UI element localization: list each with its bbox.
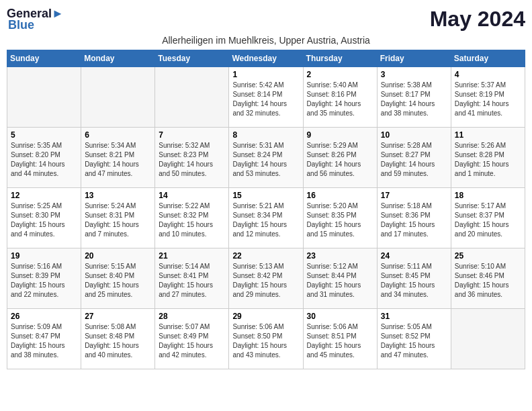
daylight-label: Daylight: 15 hours and 31 minutes. [307, 281, 361, 298]
daylight-label: Daylight: 15 hours and 45 minutes. [307, 342, 361, 359]
day-number: 14 [159, 191, 225, 200]
daylight-label: Daylight: 15 hours and 4 minutes. [11, 221, 65, 238]
day-header-monday: Monday [81, 50, 155, 67]
day-number: 10 [381, 130, 447, 140]
day-number: 21 [159, 251, 225, 261]
calendar-cell: 7 Sunrise: 5:32 AM Sunset: 8:23 PM Dayli… [155, 128, 229, 188]
calendar-cell: 8 Sunrise: 5:31 AM Sunset: 8:24 PM Dayli… [229, 128, 303, 188]
calendar-cell: 31 Sunrise: 5:05 AM Sunset: 8:52 PM Dayl… [377, 309, 451, 369]
day-number: 23 [307, 251, 373, 261]
day-header-sunday: Sunday [7, 50, 81, 67]
calendar-cell: 26 Sunrise: 5:09 AM Sunset: 8:47 PM Dayl… [7, 309, 81, 369]
day-info: Sunrise: 5:12 AM Sunset: 8:44 PM Dayligh… [307, 262, 373, 300]
day-number: 17 [381, 191, 447, 200]
day-number: 27 [85, 312, 151, 321]
daylight-label: Daylight: 15 hours and 42 minutes. [159, 342, 213, 359]
calendar-cell: 25 Sunrise: 5:10 AM Sunset: 8:46 PM Dayl… [451, 248, 525, 309]
sunrise-label: Sunrise: 5:32 AM [159, 142, 210, 149]
sunset-label: Sunset: 8:26 PM [307, 151, 357, 158]
sunrise-label: Sunrise: 5:24 AM [85, 202, 136, 210]
calendar-cell: 20 Sunrise: 5:15 AM Sunset: 8:40 PM Dayl… [81, 248, 155, 309]
calendar-cell: 21 Sunrise: 5:14 AM Sunset: 8:41 PM Dayl… [155, 248, 229, 309]
day-info: Sunrise: 5:21 AM Sunset: 8:34 PM Dayligh… [232, 201, 299, 239]
subtitle: Allerheiligen im Muehlkreis, Upper Austr… [7, 35, 525, 46]
day-number: 6 [85, 130, 151, 140]
daylight-label: Daylight: 15 hours and 10 minutes. [159, 221, 213, 238]
sunset-label: Sunset: 8:16 PM [307, 91, 357, 98]
day-number: 18 [455, 191, 521, 200]
sunset-label: Sunset: 8:51 PM [307, 332, 357, 340]
day-info: Sunrise: 5:14 AM Sunset: 8:41 PM Dayligh… [159, 262, 225, 300]
day-number: 19 [11, 251, 77, 261]
day-number: 5 [11, 130, 77, 140]
sunset-label: Sunset: 8:47 PM [11, 332, 60, 340]
day-header-thursday: Thursday [303, 50, 377, 67]
day-info: Sunrise: 5:37 AM Sunset: 8:19 PM Dayligh… [455, 81, 521, 118]
daylight-label: Daylight: 15 hours and 1 minute. [455, 161, 509, 177]
day-info: Sunrise: 5:25 AM Sunset: 8:30 PM Dayligh… [11, 201, 77, 239]
day-info: Sunrise: 5:09 AM Sunset: 8:47 PM Dayligh… [11, 322, 77, 360]
sunset-label: Sunset: 8:34 PM [232, 212, 282, 219]
calendar-cell: 14 Sunrise: 5:22 AM Sunset: 8:32 PM Dayl… [155, 188, 229, 248]
calendar-cell: 11 Sunrise: 5:26 AM Sunset: 8:28 PM Dayl… [451, 128, 525, 188]
sunrise-label: Sunrise: 5:06 AM [232, 323, 283, 330]
calendar-cell: 15 Sunrise: 5:21 AM Sunset: 8:34 PM Dayl… [229, 188, 303, 248]
day-info: Sunrise: 5:31 AM Sunset: 8:24 PM Dayligh… [232, 141, 299, 179]
calendar-cell: 9 Sunrise: 5:29 AM Sunset: 8:26 PM Dayli… [303, 128, 377, 188]
sunset-label: Sunset: 8:40 PM [85, 272, 134, 279]
sunset-label: Sunset: 8:44 PM [307, 272, 357, 279]
daylight-label: Daylight: 15 hours and 40 minutes. [85, 342, 139, 359]
day-number: 24 [381, 251, 447, 261]
day-info: Sunrise: 5:13 AM Sunset: 8:42 PM Dayligh… [232, 262, 299, 300]
sunrise-label: Sunrise: 5:37 AM [455, 81, 506, 89]
sunrise-label: Sunrise: 5:25 AM [11, 202, 62, 210]
day-info: Sunrise: 5:29 AM Sunset: 8:26 PM Dayligh… [307, 141, 373, 179]
day-number: 1 [232, 70, 299, 79]
daylight-label: Daylight: 14 hours and 44 minutes. [11, 161, 65, 177]
sunrise-label: Sunrise: 5:13 AM [232, 263, 283, 270]
sunrise-label: Sunrise: 5:20 AM [307, 202, 358, 210]
sunrise-label: Sunrise: 5:06 AM [307, 323, 358, 330]
daylight-label: Daylight: 15 hours and 34 minutes. [381, 281, 435, 298]
sunset-label: Sunset: 8:28 PM [455, 151, 504, 158]
day-info: Sunrise: 5:05 AM Sunset: 8:52 PM Dayligh… [381, 322, 447, 360]
sunset-label: Sunset: 8:14 PM [232, 91, 282, 98]
daylight-label: Daylight: 15 hours and 25 minutes. [85, 281, 139, 298]
day-number: 3 [381, 70, 447, 79]
daylight-label: Daylight: 15 hours and 12 minutes. [232, 221, 287, 238]
day-number: 7 [159, 130, 225, 140]
calendar-week-4: 19 Sunrise: 5:16 AM Sunset: 8:39 PM Dayl… [7, 248, 525, 309]
day-number: 31 [381, 312, 447, 321]
day-header-saturday: Saturday [451, 50, 525, 67]
calendar-cell: 4 Sunrise: 5:37 AM Sunset: 8:19 PM Dayli… [451, 67, 525, 128]
calendar-week-3: 12 Sunrise: 5:25 AM Sunset: 8:30 PM Dayl… [7, 188, 525, 248]
calendar-cell: 17 Sunrise: 5:18 AM Sunset: 8:36 PM Dayl… [377, 188, 451, 248]
calendar: SundayMondayTuesdayWednesdayThursdayFrid… [7, 50, 525, 369]
day-info: Sunrise: 5:22 AM Sunset: 8:32 PM Dayligh… [159, 201, 225, 239]
day-info: Sunrise: 5:34 AM Sunset: 8:21 PM Dayligh… [85, 141, 151, 179]
calendar-header-row: SundayMondayTuesdayWednesdayThursdayFrid… [7, 50, 525, 67]
day-info: Sunrise: 5:06 AM Sunset: 8:51 PM Dayligh… [307, 322, 373, 360]
calendar-cell: 16 Sunrise: 5:20 AM Sunset: 8:35 PM Dayl… [303, 188, 377, 248]
month-title: May 2024 [430, 7, 525, 32]
sunrise-label: Sunrise: 5:28 AM [381, 142, 432, 149]
daylight-label: Daylight: 15 hours and 27 minutes. [159, 281, 213, 298]
calendar-cell: 13 Sunrise: 5:24 AM Sunset: 8:31 PM Dayl… [81, 188, 155, 248]
logo-blue: Blue [7, 18, 34, 32]
sunrise-label: Sunrise: 5:11 AM [381, 263, 432, 270]
daylight-label: Daylight: 15 hours and 20 minutes. [455, 221, 509, 238]
calendar-cell: 2 Sunrise: 5:40 AM Sunset: 8:16 PM Dayli… [303, 67, 377, 128]
day-header-wednesday: Wednesday [229, 50, 303, 67]
day-number: 16 [307, 191, 373, 200]
calendar-cell: 3 Sunrise: 5:38 AM Sunset: 8:17 PM Dayli… [377, 67, 451, 128]
daylight-label: Daylight: 14 hours and 32 minutes. [232, 100, 287, 117]
sunrise-label: Sunrise: 5:09 AM [11, 323, 62, 330]
sunrise-label: Sunrise: 5:26 AM [455, 142, 506, 149]
sunrise-label: Sunrise: 5:22 AM [159, 202, 210, 210]
sunset-label: Sunset: 8:30 PM [11, 212, 60, 219]
calendar-cell [155, 67, 229, 128]
calendar-cell: 30 Sunrise: 5:06 AM Sunset: 8:51 PM Dayl… [303, 309, 377, 369]
day-number: 13 [85, 191, 151, 200]
calendar-cell: 10 Sunrise: 5:28 AM Sunset: 8:27 PM Dayl… [377, 128, 451, 188]
day-info: Sunrise: 5:42 AM Sunset: 8:14 PM Dayligh… [232, 81, 299, 118]
